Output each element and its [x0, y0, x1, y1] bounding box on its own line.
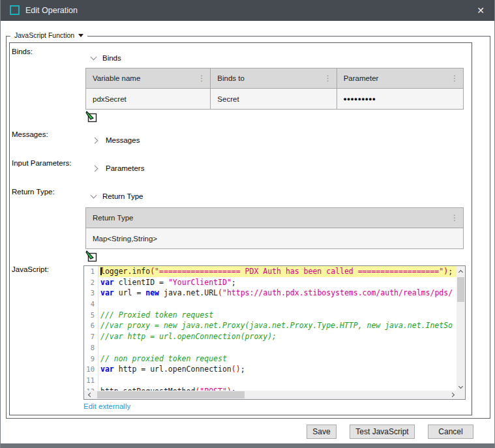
return-type-expander[interactable]: Return Type	[91, 192, 143, 200]
code-token: "YourClientID"	[168, 278, 232, 287]
edit-externally-link[interactable]: Edit externally	[83, 402, 130, 410]
code-token: var	[100, 365, 114, 374]
cell-value: Map<String,String>	[93, 235, 157, 243]
table-cell[interactable]: Secret	[211, 89, 337, 109]
scroll-up-button[interactable]	[457, 266, 465, 276]
table-row: pdxSecretSecret•••••••••	[86, 89, 463, 109]
column-header[interactable]: Parameter⋮	[337, 68, 463, 89]
code-line-text[interactable]: var http = url.openConnection();	[98, 364, 458, 375]
code-line[interactable]: 1logger.info("================== PDX Aut…	[84, 266, 458, 277]
cell-value: pdxSecret	[93, 95, 127, 103]
table-cell[interactable]: Map<String,String>	[86, 228, 463, 248]
return-type-table: Return Type⋮Map<String,String>	[85, 207, 464, 249]
column-header-label: Variable name	[93, 74, 140, 82]
input-parameters-label: Input Parameters:	[12, 159, 71, 167]
horizontal-scrollbar[interactable]	[84, 391, 458, 399]
chevron-down-icon	[91, 54, 97, 61]
edit-table-icon[interactable]	[85, 111, 97, 123]
code-line-text[interactable]: //var proxy = new java.net.Proxy(java.ne…	[98, 320, 458, 331]
code-line[interactable]: 6//var proxy = new java.net.Proxy(java.n…	[84, 320, 458, 331]
column-header[interactable]: Variable name⋮	[86, 68, 211, 89]
code-token: new	[145, 288, 159, 297]
column-header[interactable]: Return Type⋮	[86, 208, 463, 228]
table-header-row: Return Type⋮	[86, 208, 463, 228]
column-header-label: Binds to	[217, 74, 245, 82]
column-menu-icon[interactable]: ⋮	[451, 75, 458, 82]
code-lines[interactable]: 1logger.info("================== PDX Aut…	[84, 266, 458, 392]
code-token: http = url.openConnection	[114, 365, 232, 374]
code-line-text[interactable]: // non proxied token request	[98, 353, 458, 365]
code-line[interactable]: 11	[84, 375, 458, 386]
code-line[interactable]: 9// non proxied token request	[84, 353, 458, 365]
column-header-label: Return Type	[93, 214, 133, 222]
group-label[interactable]: JavaScript Function	[10, 31, 87, 39]
cell-value: •••••••••	[344, 94, 376, 104]
title-bar[interactable]: Edit Operation ✕	[1, 0, 494, 21]
column-menu-icon[interactable]: ⋮	[451, 215, 458, 221]
vertical-scroll-thumb[interactable]	[457, 277, 464, 302]
edit-operation-dialog: Edit Operation ✕ JavaScript Function Bin…	[0, 0, 495, 448]
code-token: (	[218, 288, 222, 297]
horizontal-scroll-thumb[interactable]	[97, 391, 245, 398]
binds-label: Binds:	[12, 48, 33, 55]
window-title: Edit Operation	[25, 0, 78, 21]
line-number: 2	[84, 277, 98, 288]
line-number: 5	[84, 310, 98, 321]
chevron-right-icon	[92, 137, 98, 143]
parameters-expander-label: Parameters	[106, 164, 144, 172]
table-cell[interactable]: •••••••••	[337, 89, 463, 109]
code-line-text[interactable]	[98, 375, 458, 386]
binds-expander[interactable]: Binds	[91, 54, 121, 62]
code-line[interactable]: 7//var http = url.openConnection(proxy);	[84, 331, 458, 342]
code-line-text[interactable]	[98, 299, 458, 310]
code-line-text[interactable]: var url = new java.net.URL("https://auth…	[98, 288, 458, 299]
javascript-code-editor[interactable]: 1logger.info("================== PDX Aut…	[83, 265, 466, 400]
window-bottom-edge	[1, 443, 494, 448]
return-type-label: Return Type:	[12, 188, 55, 196]
code-line[interactable]: 3var url = new java.net.URL("https://aut…	[84, 288, 458, 299]
table-cell[interactable]: pdxSecret	[86, 89, 211, 109]
save-button[interactable]: Save	[307, 425, 337, 439]
line-number: 7	[84, 331, 98, 342]
test-javascript-button[interactable]: Test JavaScript	[350, 425, 415, 439]
column-menu-icon[interactable]: ⋮	[198, 75, 205, 82]
code-token: "================== PDX Auth has been ca…	[155, 267, 443, 276]
code-line-text[interactable]: /// Proxied token request	[98, 310, 458, 321]
code-line[interactable]: 2var clientID = "YourClientID";	[84, 277, 458, 288]
code-line[interactable]: 4	[84, 299, 458, 310]
line-number: 9	[84, 353, 98, 365]
column-header-label: Parameter	[344, 74, 379, 82]
code-line[interactable]: 10var http = url.openConnection();	[84, 364, 458, 375]
column-header[interactable]: Binds to⋮	[211, 68, 337, 89]
line-number: 3	[84, 288, 98, 299]
group-label-text: JavaScript Function	[14, 31, 74, 39]
code-token: var	[100, 278, 114, 287]
code-token: ()	[232, 365, 241, 374]
code-line-text[interactable]: logger.info("================== PDX Auth…	[98, 266, 458, 277]
code-token: //var proxy = new java.net.Proxy(java.ne…	[100, 321, 453, 330]
group-collapse-icon[interactable]	[78, 34, 83, 37]
binds-table: Variable name⋮Binds to⋮Parameter⋮pdxSecr…	[85, 68, 464, 110]
vertical-scrollbar[interactable]	[457, 266, 465, 392]
code-line[interactable]: 5/// Proxied token request	[84, 310, 458, 321]
code-line[interactable]: 8	[84, 342, 458, 353]
code-line-text[interactable]: //var http = url.openConnection(proxy);	[98, 331, 458, 342]
close-button[interactable]: ✕	[470, 0, 492, 21]
table-header-row: Variable name⋮Binds to⋮Parameter⋮	[86, 68, 463, 89]
return-type-expander-label: Return Type	[102, 192, 143, 200]
column-menu-icon[interactable]: ⋮	[324, 75, 332, 82]
scroll-left-button[interactable]	[84, 391, 94, 399]
binds-expander-label: Binds	[102, 54, 121, 62]
cancel-button[interactable]: Cancel	[428, 425, 473, 439]
edit-table-icon[interactable]	[85, 250, 97, 262]
parameters-expander[interactable]: Parameters	[93, 164, 144, 172]
cell-value: Secret	[217, 95, 239, 103]
messages-expander[interactable]: Messages	[93, 136, 140, 144]
code-token: /// Proxied token request	[100, 310, 213, 320]
code-line-text[interactable]	[98, 342, 458, 353]
code-line-text[interactable]: var clientID = "YourClientID";	[98, 277, 458, 288]
code-token: ;	[241, 365, 245, 374]
chevron-down-icon	[91, 192, 97, 199]
code-token: java.net.URL	[159, 288, 218, 297]
line-number: 11	[84, 375, 98, 386]
